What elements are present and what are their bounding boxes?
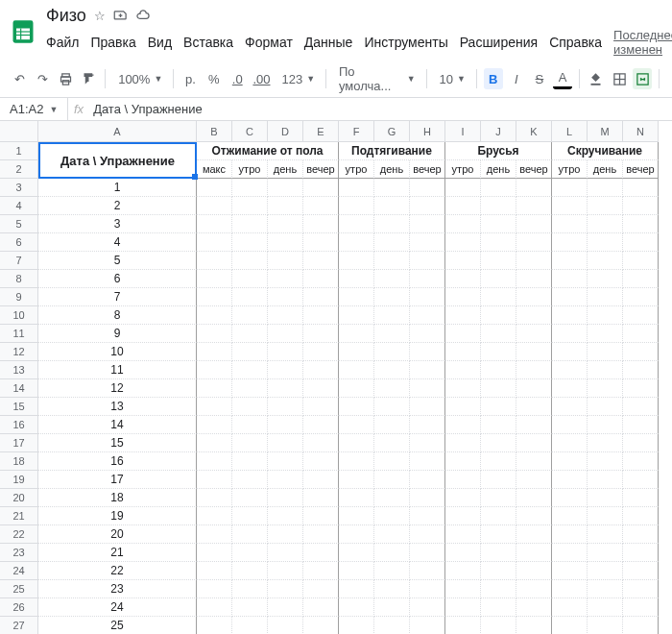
cell-J20[interactable] [481,489,516,507]
cell-F9[interactable] [339,288,374,306]
cell-C23[interactable] [232,544,268,562]
group-header-2[interactable]: Брусья [445,142,552,160]
cell-M9[interactable] [588,288,623,306]
cell-L10[interactable] [552,306,588,325]
cell-D8[interactable] [268,270,303,288]
cell-L16[interactable] [552,416,588,434]
cell-H22[interactable] [410,525,445,544]
cell-H8[interactable] [410,270,445,288]
increase-decimal-button[interactable]: .00 [251,68,272,89]
cell-F3[interactable] [339,179,374,197]
cell-I21[interactable] [445,507,481,525]
row-header-13[interactable]: 13 [0,361,38,379]
cell-M17[interactable] [588,434,623,452]
cell-A16[interactable]: 14 [38,416,197,434]
cell-G11[interactable] [374,325,410,343]
strikethrough-button[interactable]: S [530,68,549,89]
cell-L23[interactable] [552,544,588,562]
cell-B24[interactable] [197,562,232,580]
menu-справка[interactable]: Справка [549,33,602,52]
cell-E19[interactable] [303,471,339,489]
group-header-1[interactable]: Подтягивание [339,142,445,160]
row-header-10[interactable]: 10 [0,306,38,325]
cell-D17[interactable] [268,434,303,452]
cell-I11[interactable] [445,325,481,343]
cell-C25[interactable] [232,580,268,598]
cell-I14[interactable] [445,379,481,398]
cell-H3[interactable] [410,179,445,197]
cell-H26[interactable] [410,598,445,617]
cell-H9[interactable] [410,288,445,306]
cell-H17[interactable] [410,434,445,452]
cell-E6[interactable] [303,233,339,252]
sub-header-2-1[interactable]: день [481,160,516,179]
cell-B10[interactable] [197,306,232,325]
cell-J14[interactable] [481,379,516,398]
cell-B17[interactable] [197,434,232,452]
cell-G26[interactable] [374,598,410,617]
cell-F6[interactable] [339,233,374,252]
decrease-decimal-button[interactable]: .0 [228,68,247,89]
cell-M19[interactable] [588,471,623,489]
cell-G8[interactable] [374,270,410,288]
cell-N11[interactable] [623,325,659,343]
cell-L6[interactable] [552,233,588,252]
formula-bar[interactable]: Дата \ Упражнение [89,102,203,116]
menu-расширения[interactable]: Расширения [460,33,538,52]
menu-правка[interactable]: Правка [90,33,135,52]
cell-K19[interactable] [516,471,552,489]
cell-K5[interactable] [516,215,552,233]
cell-I27[interactable] [445,617,481,634]
cell-D22[interactable] [268,525,303,544]
cell-A23[interactable]: 21 [38,544,197,562]
cell-C9[interactable] [232,288,268,306]
cell-H6[interactable] [410,233,445,252]
cell-J5[interactable] [481,215,516,233]
row-header-2[interactable]: 2 [0,160,38,179]
cell-M10[interactable] [588,306,623,325]
cell-N8[interactable] [623,270,659,288]
cell-I20[interactable] [445,489,481,507]
cell-F4[interactable] [339,197,374,215]
cell-I15[interactable] [445,398,481,416]
cell-N18[interactable] [623,452,659,471]
cell-F16[interactable] [339,416,374,434]
cell-N23[interactable] [623,544,659,562]
cell-I5[interactable] [445,215,481,233]
cell-F24[interactable] [339,562,374,580]
cell-A20[interactable]: 18 [38,489,197,507]
cell-M14[interactable] [588,379,623,398]
cell-D5[interactable] [268,215,303,233]
row-header-22[interactable]: 22 [0,525,38,544]
cell-D26[interactable] [268,598,303,617]
row-header-3[interactable]: 3 [0,179,38,197]
cell-N24[interactable] [623,562,659,580]
cell-C11[interactable] [232,325,268,343]
cell-M5[interactable] [588,215,623,233]
star-icon[interactable]: ☆ [94,9,106,23]
cell-D19[interactable] [268,471,303,489]
select-all-corner[interactable] [0,121,38,142]
cell-H18[interactable] [410,452,445,471]
cell-G27[interactable] [374,617,410,634]
menu-вставка[interactable]: Вставка [183,33,233,52]
cell-J17[interactable] [481,434,516,452]
cell-K16[interactable] [516,416,552,434]
undo-icon[interactable]: ↶ [10,68,29,89]
cell-F14[interactable] [339,379,374,398]
cell-M20[interactable] [588,489,623,507]
sub-header-3-2[interactable]: вечер [623,160,659,179]
cell-N26[interactable] [623,598,659,617]
cell-E13[interactable] [303,361,339,379]
cell-B23[interactable] [197,544,232,562]
cell-E25[interactable] [303,580,339,598]
cell-F12[interactable] [339,343,374,361]
cell-N13[interactable] [623,361,659,379]
cell-F18[interactable] [339,452,374,471]
cell-K9[interactable] [516,288,552,306]
cell-L11[interactable] [552,325,588,343]
cell-B7[interactable] [197,252,232,270]
cell-C14[interactable] [232,379,268,398]
cell-C26[interactable] [232,598,268,617]
cell-E7[interactable] [303,252,339,270]
